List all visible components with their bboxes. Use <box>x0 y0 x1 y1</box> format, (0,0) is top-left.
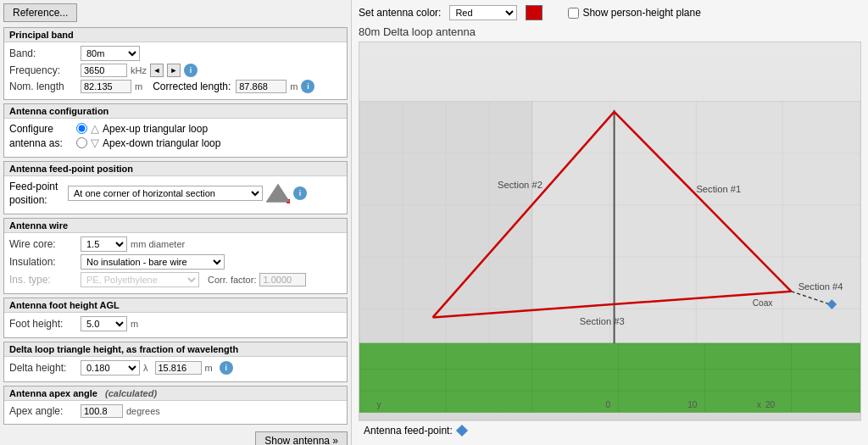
left-panel: Reference... Principal band Band: 80m40m… <box>0 0 352 445</box>
axis-0-label: 0 <box>605 400 610 409</box>
delta-lambda: λ <box>143 363 148 373</box>
feedpoint-select[interactable]: At one corner of horizontal section At a… <box>68 186 263 201</box>
apex-unit: degrees <box>126 406 160 416</box>
antenna-wire-title: Antenna wire <box>4 219 347 233</box>
feedpoint-title: Antenna feed-point position <box>4 162 347 176</box>
foot-unit: m <box>131 319 138 329</box>
ins-type-select[interactable]: PE, Polyethylene <box>81 272 199 287</box>
apex-up-radio[interactable] <box>76 123 87 134</box>
apex-down-label: Apex-down triangular loop <box>103 137 220 149</box>
insulation-label: Insulation: <box>9 256 77 268</box>
set-color-label: Set antenna color: <box>359 7 441 19</box>
apex-angle-input[interactable] <box>81 404 123 418</box>
delta-height-section: Delta loop triangle height, as fraction … <box>3 342 348 382</box>
svg-marker-0 <box>267 185 289 202</box>
x-axis-label: x <box>757 400 761 409</box>
feedpoint-section: Antenna feed-point position Feed-pointpo… <box>3 161 348 215</box>
config-radio-group: △ Apex-up triangular loop ▽ Apex-down tr… <box>76 122 220 149</box>
foot-height-label: Foot height: <box>9 318 77 330</box>
corr-factor-label: Corr. factor: <box>208 275 256 285</box>
feedpoint-triangle-icon <box>266 183 290 203</box>
delta-height-label: Delta height: <box>9 362 77 374</box>
frequency-label: Frequency: <box>9 64 77 76</box>
antenna-config-title: Antenna configuration <box>4 104 347 119</box>
show-antenna-button[interactable]: Show antenna » <box>255 431 348 445</box>
freq-down-btn[interactable]: ◄ <box>150 64 164 77</box>
apex-up-option[interactable]: △ Apex-up triangular loop <box>76 122 220 135</box>
corrected-length-input[interactable] <box>236 80 287 93</box>
antenna-config-section: Antenna configuration Configureantenna a… <box>3 103 348 158</box>
delta-height-title: Delta loop triangle height, as fraction … <box>4 342 347 357</box>
length-info-icon[interactable]: i <box>301 80 314 93</box>
ins-type-label: Ins. type: <box>9 274 77 286</box>
delta-info-icon[interactable]: i <box>220 361 233 375</box>
frequency-input[interactable]: 3650 <box>81 64 127 77</box>
principal-band-section: Principal band Band: 80m40m20m Frequency… <box>3 27 348 100</box>
principal-band-title: Principal band <box>4 28 347 42</box>
foot-height-title: Antenna foot height AGL <box>4 298 347 313</box>
apex-down-option[interactable]: ▽ Apex-down triangular loop <box>76 136 220 149</box>
freq-info-icon[interactable]: i <box>184 64 198 77</box>
show-plane-checkbox[interactable] <box>568 8 579 19</box>
feedpoint-bar: Antenna feed-point: <box>359 420 861 440</box>
wire-core-label: Wire core: <box>9 238 77 250</box>
foot-height-select[interactable]: 5.06.07.0 <box>81 316 127 331</box>
reference-button[interactable]: Reference... <box>3 3 77 22</box>
section1-label: Section #1 <box>696 184 741 194</box>
nom-length-unit: m <box>135 81 142 92</box>
svg-point-1 <box>287 199 290 203</box>
calculated-label: (calculated) <box>105 388 157 398</box>
antenna-wire-section: Antenna wire Wire core: 1.52.02.5 mm dia… <box>3 218 348 294</box>
feedpoint-diamond-icon <box>456 425 468 437</box>
y-axis-label: y <box>376 400 381 409</box>
section4-label: Section #4 <box>798 281 843 292</box>
band-label: Band: <box>9 47 77 59</box>
axis-20-label: 20 <box>765 400 776 409</box>
configure-label: Configureantenna as: <box>9 122 73 151</box>
axis-10-label: 10 <box>687 400 698 409</box>
feedpoint-position-label: Feed-pointposition: <box>9 180 64 209</box>
corr-factor-input[interactable] <box>259 273 306 286</box>
freq-unit: kHz <box>131 65 147 75</box>
band-select[interactable]: 80m40m20m <box>81 46 140 61</box>
nom-length-label: Nom. length <box>9 81 77 92</box>
section3-label: Section #3 <box>580 316 625 326</box>
delta-meters-unit: m <box>205 363 213 373</box>
coax-label: Coax <box>753 298 773 308</box>
section2-label: Section #2 <box>498 180 542 190</box>
visualization-area: Section #2 Section #1 Section #3 Section… <box>359 42 861 420</box>
antenna-title: 80m Delta loop antenna <box>359 25 861 38</box>
corrected-length-unit: m <box>290 81 298 92</box>
insulation-select[interactable]: No insulation - bare wire PE, Polyethyle… <box>81 254 225 270</box>
feedpoint-info-icon[interactable]: i <box>293 186 307 200</box>
apex-angle-section: Antenna apex angle (calculated) Apex ang… <box>3 386 348 425</box>
delta-height-select[interactable]: 0.1800.2000.250 <box>81 360 140 375</box>
foot-height-section: Antenna foot height AGL Foot height: 5.0… <box>3 298 348 338</box>
corrected-length-label: Corrected length: <box>153 81 231 92</box>
top-bar: Set antenna color: RedBlueGreen Show per… <box>359 5 861 20</box>
apex-angle-label: Apex angle: <box>9 405 77 417</box>
apex-angle-title: Antenna apex angle (calculated) <box>4 387 347 401</box>
right-panel: Set antenna color: RedBlueGreen Show per… <box>352 0 868 445</box>
freq-up-btn[interactable]: ► <box>167 64 181 77</box>
color-swatch <box>526 5 542 20</box>
wire-core-unit: mm diameter <box>131 239 185 249</box>
apex-up-label: Apex-up triangular loop <box>103 123 208 135</box>
antenna-color-select[interactable]: RedBlueGreen <box>449 5 517 20</box>
wire-core-select[interactable]: 1.52.02.5 <box>81 236 127 252</box>
antenna-svg: Section #2 Section #1 Section #3 Section… <box>359 42 860 420</box>
apex-down-radio[interactable] <box>76 137 87 148</box>
nom-length-input[interactable] <box>81 80 131 93</box>
delta-meters-input[interactable] <box>155 361 202 375</box>
show-plane-label[interactable]: Show person-height plane <box>568 7 700 19</box>
feedpoint-bar-label: Antenna feed-point: <box>364 425 453 437</box>
